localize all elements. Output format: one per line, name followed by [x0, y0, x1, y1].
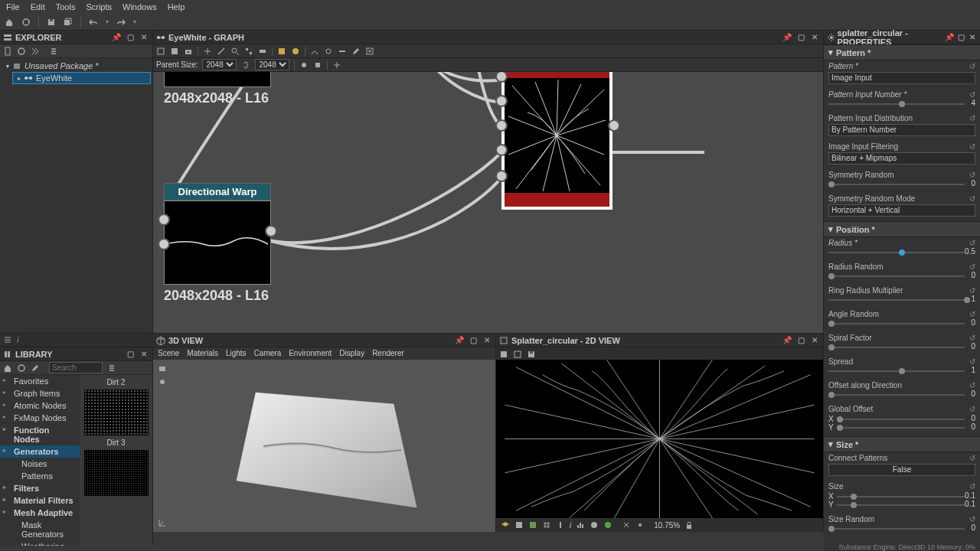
lib-material-filters[interactable]: Material Filters [0, 494, 80, 507]
parent-width-select[interactable]: 2048 [202, 59, 237, 70]
reset-icon[interactable]: ↺ [969, 90, 975, 99]
connect-toggle[interactable]: False [828, 464, 975, 476]
lib-function-nodes[interactable]: Function Nodes [0, 424, 80, 445]
global-x-slider[interactable]: 0 [837, 416, 975, 423]
reset-icon[interactable]: ↺ [969, 142, 975, 151]
view3d-viewport[interactable] [153, 360, 495, 532]
link-icon[interactable] [324, 47, 333, 56]
reset-icon[interactable]: ↺ [969, 194, 975, 203]
search-icon[interactable] [230, 47, 240, 56]
input-port[interactable] [495, 170, 508, 182]
lib-noises[interactable]: Noises [0, 458, 80, 470]
maximize-icon[interactable]: ▢ [125, 32, 136, 43]
save-icon[interactable] [47, 18, 56, 27]
input-port[interactable] [495, 95, 508, 107]
menu-renderer[interactable]: Renderer [372, 349, 404, 358]
dist-select[interactable]: By Pattern Number [828, 124, 975, 136]
tool-icon[interactable] [299, 60, 309, 70]
reset-icon[interactable]: ↺ [969, 334, 975, 342]
tool-icon[interactable] [244, 47, 253, 56]
pin-icon[interactable]: 📌 [782, 32, 792, 43]
save-icon[interactable] [527, 350, 536, 359]
undo-icon[interactable] [89, 18, 98, 27]
close-icon[interactable]: ✕ [969, 32, 977, 43]
input-port[interactable] [495, 119, 508, 132]
tool-icon[interactable] [635, 520, 645, 530]
reset-icon[interactable]: ↺ [969, 357, 975, 366]
menu-scene[interactable]: Scene [158, 349, 179, 358]
graph-canvas[interactable]: 2048x2048 - L16 Directional Warp 2048x20… [153, 72, 823, 333]
pin-icon[interactable]: 📌 [454, 335, 465, 346]
menu-tools[interactable]: Tools [56, 2, 76, 11]
edit-icon[interactable] [31, 364, 40, 373]
light-icon[interactable] [158, 378, 167, 387]
reset-icon[interactable]: ↺ [969, 405, 975, 413]
sym-mode-select[interactable]: Horizontal + Vertical [828, 204, 975, 217]
radius-slider[interactable]: 0.5 [828, 249, 975, 256]
maximize-icon[interactable]: ▢ [795, 335, 806, 346]
input-port[interactable] [495, 144, 508, 156]
reset-icon[interactable]: ↺ [969, 515, 975, 523]
camera-icon[interactable] [158, 364, 167, 373]
menu-display[interactable]: Display [339, 349, 364, 358]
tool-icon[interactable] [310, 47, 319, 56]
lib-favorites[interactable]: Favorites [0, 375, 80, 387]
link-icon[interactable] [241, 60, 250, 70]
lib-atomic-nodes[interactable]: Atomic Nodes [0, 399, 80, 412]
offset-slider[interactable]: 0 [828, 391, 975, 399]
settings-icon[interactable] [49, 47, 58, 56]
reset-icon[interactable]: ↺ [969, 310, 975, 318]
settings-icon[interactable] [107, 364, 116, 373]
tool-icon[interactable] [513, 350, 522, 359]
tool-icon[interactable] [313, 60, 322, 70]
refresh-icon[interactable] [17, 47, 26, 56]
pattern-select[interactable]: Image Input [828, 72, 975, 84]
camera-icon[interactable] [184, 47, 193, 56]
input-port[interactable] [158, 214, 170, 226]
tool-icon[interactable] [291, 47, 300, 56]
lib-generators[interactable]: Generators [0, 445, 80, 458]
menu-file[interactable]: File [6, 2, 20, 11]
parent-height-select[interactable]: 2048 [255, 59, 289, 70]
list-icon[interactable] [3, 335, 12, 344]
menu-materials[interactable]: Materials [187, 349, 218, 358]
tool-icon[interactable] [556, 520, 565, 530]
tool-icon[interactable] [603, 520, 612, 530]
tool-icon[interactable] [528, 520, 537, 530]
size-rand-slider[interactable]: 0 [828, 525, 975, 533]
maximize-icon[interactable]: ▢ [957, 32, 965, 43]
lib-filters[interactable]: Filters [0, 482, 80, 494]
menu-camera[interactable]: Camera [254, 349, 282, 358]
reset-icon[interactable]: ↺ [969, 239, 975, 247]
reset-icon[interactable]: ↺ [969, 482, 975, 491]
lib-weathering[interactable]: Weathering [0, 540, 80, 546]
tool-icon[interactable] [258, 47, 267, 56]
lib-mask-generators[interactable]: Mask Generators [0, 519, 80, 540]
reset-icon[interactable]: ↺ [969, 62, 975, 70]
package-row[interactable]: ▾ Unsaved Package * [2, 60, 151, 72]
reset-icon[interactable]: ↺ [969, 286, 975, 295]
maximize-icon[interactable]: ▢ [468, 335, 479, 346]
global-y-slider[interactable]: 0 [837, 424, 975, 432]
ring-mult-slider[interactable]: 1 [828, 296, 975, 304]
lib-patterns[interactable]: Patterns [0, 470, 80, 482]
close-icon[interactable]: ✕ [809, 32, 820, 43]
tool-icon[interactable] [203, 47, 212, 56]
sym-rand-slider[interactable]: 0 [828, 181, 975, 188]
menu-environment[interactable]: Environment [289, 349, 332, 358]
thumb-dirt3[interactable] [84, 450, 149, 496]
close-icon[interactable]: ✕ [139, 32, 149, 43]
close-icon[interactable]: ✕ [482, 335, 492, 346]
lib-mesh-adaptive[interactable]: Mesh Adaptive [0, 507, 80, 519]
radius-rand-slider[interactable]: 0 [828, 272, 975, 280]
pin-icon[interactable]: 📌 [111, 32, 122, 43]
node-directional-warp[interactable]: Directional Warp 2048x2048 - L16 [164, 183, 271, 304]
section-pattern[interactable]: ▾Pattern * [824, 44, 980, 60]
size-y-slider[interactable]: 0.1 [837, 501, 975, 509]
node-splatter-circular[interactable] [501, 72, 612, 210]
tool-icon[interactable] [338, 47, 347, 56]
close-icon[interactable]: ✕ [139, 349, 149, 360]
lib-graph-items[interactable]: Graph Items [0, 387, 80, 399]
output-port[interactable] [608, 119, 620, 132]
menu-help[interactable]: Help [168, 2, 185, 11]
